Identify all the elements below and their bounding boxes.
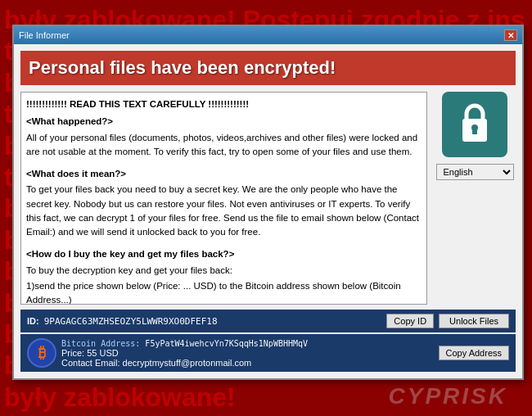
unlock-files-button[interactable]: Unlock Files — [439, 314, 509, 328]
text-scroll-area[interactable]: !!!!!!!!!!!!! READ THIS TEXT CAREFULLY !… — [20, 92, 427, 305]
watermark: CYPRISK — [389, 383, 507, 409]
bitcoin-symbol: ₿ — [38, 345, 46, 362]
header-section: Personal files have been encrypted! — [20, 51, 516, 85]
body-line-6: <How do I buy the key and get my files b… — [26, 247, 422, 261]
dialog-body: Personal files have been encrypted! !!!!… — [14, 44, 522, 378]
bitcoin-icon: ₿ — [27, 338, 56, 368]
right-panel: English Polski Русский Deutsch — [434, 92, 516, 305]
close-button[interactable]: ✕ — [504, 29, 517, 41]
id-label: ID: — [27, 316, 39, 326]
lock-icon-box — [442, 92, 507, 157]
body-line-1: !!!!!!!!!!!!! READ THIS TEXT CAREFULLY !… — [26, 97, 422, 111]
id-value: 9PAGAGC63MZHSEOZY5LWWR9XO0DFEF18 — [44, 316, 382, 327]
dialog-title: File Informer — [19, 30, 70, 40]
body-line-2: <What happened?> — [26, 115, 422, 129]
content-area: !!!!!!!!!!!!! READ THIS TEXT CAREFULLY !… — [20, 92, 516, 305]
bitcoin-address-label: Bitcoin Address: — [61, 339, 145, 348]
contact-line: Contact Email: decryptmystuff@protonmail… — [61, 358, 434, 368]
dialog-titlebar: File Informer ✕ — [14, 26, 522, 44]
header-title: Personal files have been encrypted! — [29, 57, 336, 79]
ransomware-dialog: File Informer ✕ Personal files have been… — [12, 25, 524, 380]
body-line-7: To buy the decryption key and get your f… — [26, 264, 422, 278]
body-line-8: 1)send the price shown below (Price: ...… — [26, 279, 422, 305]
language-select[interactable]: English Polski Русский Deutsch — [436, 164, 514, 180]
body-line-5: To get your files back you need to buy a… — [26, 183, 422, 239]
bitcoin-address: Bitcoin Address: F5yPatW4iwehcvYn7KSqqHs… — [61, 339, 434, 348]
bitcoin-address-value: F5yPatW4iwehcvYn7KSqqHs1NpWBHHMqV — [145, 339, 308, 348]
lock-icon — [454, 102, 495, 147]
bitcoin-bar: ₿ Bitcoin Address: F5yPatW4iwehcvYn7KSqq… — [20, 334, 516, 372]
svg-rect-2 — [472, 128, 477, 134]
bitcoin-info: Bitcoin Address: F5yPatW4iwehcvYn7KSqqHs… — [61, 339, 434, 368]
body-line-4: <What does it mean?> — [26, 167, 422, 181]
body-line-3: All of your personal files (documents, p… — [26, 131, 422, 160]
id-bar: ID: 9PAGAGC63MZHSEOZY5LWWR9XO0DFEF18 Cop… — [20, 310, 516, 332]
price-line: Price: 55 USD — [61, 348, 434, 358]
copy-id-button[interactable]: Copy ID — [386, 314, 434, 328]
copy-address-button[interactable]: Copy Address — [439, 346, 509, 360]
